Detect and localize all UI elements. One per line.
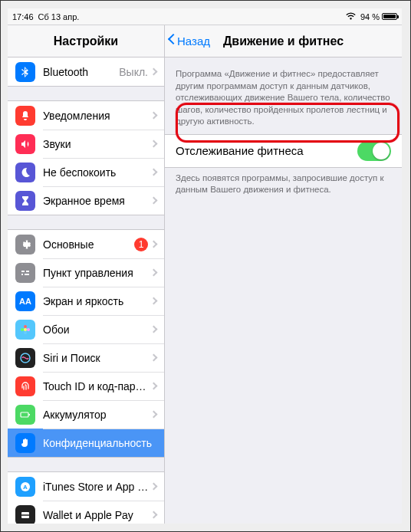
chevron-right-icon (150, 354, 158, 362)
status-bar: 17:46 Сб 13 апр. 94 % (8, 8, 402, 25)
sidebar-item-label: Не беспокоить (43, 166, 151, 179)
A-icon: A (15, 477, 35, 497)
status-date: Сб 13 апр. (38, 12, 80, 21)
battery-percentage: 94 % (360, 12, 380, 21)
sidebar-item-itunes[interactable]: AiTunes Store и App Store (8, 472, 164, 501)
sidebar-item-value: Выкл. (119, 66, 148, 78)
sidebar-item-notifications[interactable]: Уведомления (8, 101, 164, 130)
siri-icon (15, 348, 35, 368)
sidebar-item-wallpaper[interactable]: Обои (8, 315, 164, 343)
svg-text:A: A (23, 484, 28, 491)
sidebar-item-label: Wallet и Apple Pay (43, 509, 151, 521)
chevron-right-icon (150, 483, 158, 491)
AA-icon: AA (15, 291, 35, 311)
back-button[interactable]: Назад (168, 25, 210, 57)
chevron-right-icon (150, 68, 158, 76)
sidebar-item-label: Bluetooth (43, 66, 119, 78)
chevron-right-icon (150, 197, 158, 205)
sidebar-item-label: Основные (43, 238, 134, 251)
sidebar-item-label: Звуки (43, 138, 151, 150)
sidebar-item-siri[interactable]: Siri и Поиск (8, 343, 164, 372)
flower-icon (15, 320, 35, 340)
svg-point-0 (24, 328, 27, 331)
svg-point-4 (27, 328, 30, 331)
sidebar-item-label: iTunes Store и App Store (43, 481, 151, 493)
sidebar-item-screentime[interactable]: Экранное время (8, 186, 164, 215)
sidebar-item-bluetooth[interactable]: BluetoothВыкл. (8, 57, 164, 86)
svg-rect-7 (29, 414, 31, 415)
sidebar-item-label: Экран и яркость (43, 295, 151, 307)
moon-icon (15, 163, 35, 182)
bt-icon (15, 62, 35, 82)
sidebar-item-sounds[interactable]: Звуки (8, 130, 164, 158)
sliders-icon (15, 263, 35, 283)
bell-icon (15, 106, 35, 126)
sidebar-item-privacy[interactable]: Конфиденциальность (8, 429, 164, 457)
settings-sidebar: Настройки BluetoothВыкл.УведомленияЗвуки… (8, 25, 165, 524)
sidebar-item-label: Siri и Поиск (43, 352, 151, 364)
status-time: 17:46 (12, 12, 34, 21)
batt-icon (15, 405, 35, 425)
fitness-tracking-row: Отслеживание фитнеса (165, 135, 402, 167)
svg-rect-6 (21, 412, 28, 417)
svg-point-1 (24, 325, 27, 328)
sidebar-header: Настройки (8, 25, 164, 57)
chevron-right-icon (150, 169, 158, 176)
badge: 1 (134, 238, 148, 251)
chevron-right-icon (150, 269, 158, 277)
chevron-right-icon (150, 511, 158, 519)
sidebar-item-label: Аккумулятор (43, 409, 151, 421)
sidebar-item-label: Обои (43, 323, 151, 336)
chevron-right-icon (150, 241, 158, 248)
sidebar-item-touchid[interactable]: Touch ID и код-пароль (8, 372, 164, 400)
sidebar-item-dnd[interactable]: Не беспокоить (8, 158, 164, 186)
gear-icon (15, 235, 35, 255)
chevron-right-icon (150, 140, 158, 148)
back-label: Назад (177, 34, 210, 48)
chevron-right-icon (150, 411, 158, 419)
sidebar-title: Настройки (54, 34, 118, 48)
sidebar-item-label: Уведомления (43, 110, 151, 122)
sidebar-item-display[interactable]: AAЭкран и яркость (8, 287, 164, 315)
detail-title: Движение и фитнес (223, 34, 344, 48)
sidebar-item-label: Конфиденциальность (43, 437, 156, 449)
chevron-right-icon (150, 297, 158, 305)
sidebar-item-controlcenter[interactable]: Пункт управления (8, 258, 164, 287)
svg-point-3 (21, 328, 24, 331)
finger-icon (15, 376, 35, 396)
battery-icon (382, 13, 397, 20)
sidebar-item-label: Экранное время (43, 195, 151, 207)
svg-point-2 (24, 331, 27, 334)
detail-pane: Назад Движение и фитнес Программа «Движе… (165, 25, 402, 524)
hourglass-icon (15, 191, 35, 211)
sidebar-item-battery[interactable]: Аккумулятор (8, 400, 164, 429)
wifi-icon (346, 12, 356, 21)
detail-intro-text: Программа «Движение и фитнес» предоставл… (165, 64, 402, 134)
fitness-tracking-label: Отслеживание фитнеса (176, 144, 357, 157)
detail-header: Назад Движение и фитнес (165, 25, 402, 57)
chevron-left-icon (168, 35, 176, 48)
chevron-right-icon (150, 112, 158, 120)
speaker-icon (15, 134, 35, 154)
sidebar-item-label: Touch ID и код-пароль (43, 380, 151, 392)
detail-footer-text: Здесь появятся программы, запросившие до… (165, 168, 402, 202)
wallet-icon (15, 505, 35, 524)
chevron-right-icon (150, 383, 158, 390)
sidebar-item-label: Пункт управления (43, 267, 151, 279)
hand-icon (15, 433, 35, 453)
svg-rect-11 (21, 514, 29, 516)
sidebar-item-general[interactable]: Основные1 (8, 230, 164, 258)
chevron-right-icon (150, 326, 158, 333)
sidebar-item-wallet[interactable]: Wallet и Apple Pay (8, 501, 164, 524)
fitness-tracking-toggle[interactable] (357, 141, 391, 161)
